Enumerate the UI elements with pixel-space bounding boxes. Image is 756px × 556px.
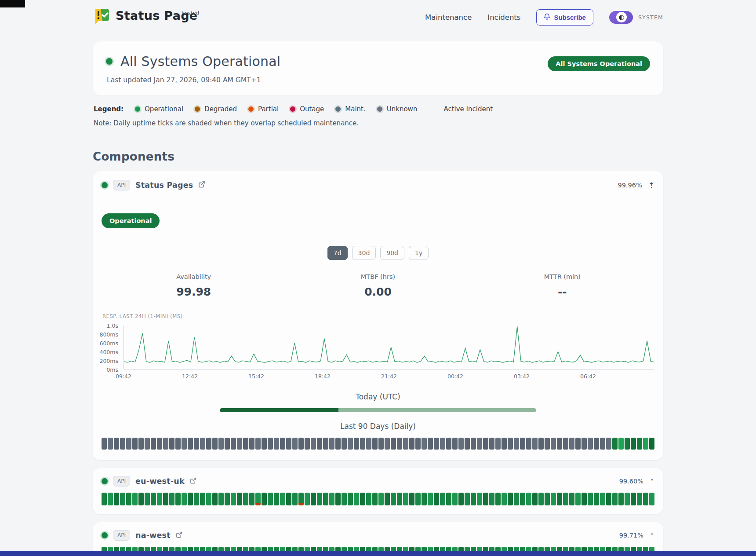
day-tick[interactable] [588, 493, 593, 505]
day-tick[interactable] [169, 438, 174, 450]
day-tick[interactable] [588, 438, 593, 450]
day-tick[interactable] [391, 438, 396, 450]
day-tick[interactable] [317, 438, 322, 450]
day-tick[interactable] [138, 493, 144, 505]
subscribe-button[interactable]: Subscribe [536, 9, 593, 26]
day-tick[interactable] [422, 438, 427, 450]
day-tick[interactable] [575, 438, 581, 450]
day-tick[interactable] [298, 438, 304, 450]
expand-panel-icon[interactable]: ⌃ [650, 479, 654, 484]
day-tick[interactable] [231, 438, 236, 450]
day-tick[interactable] [292, 493, 298, 505]
external-link-icon[interactable] [176, 531, 182, 540]
day-tick[interactable] [385, 493, 390, 505]
brand[interactable]: Status Page hosted [93, 7, 197, 27]
day-tick[interactable] [446, 493, 451, 505]
day-tick[interactable] [175, 493, 181, 505]
day-tick[interactable] [126, 493, 131, 505]
day-tick[interactable] [348, 438, 353, 450]
day-tick[interactable] [508, 493, 513, 505]
day-tick[interactable] [625, 493, 630, 505]
day-tick[interactable] [495, 438, 501, 450]
day-tick[interactable] [637, 438, 642, 450]
day-tick[interactable] [237, 493, 242, 505]
day-tick[interactable] [446, 438, 451, 450]
uptime-history-ticks[interactable] [102, 438, 654, 450]
day-tick[interactable] [311, 493, 316, 505]
day-tick[interactable] [618, 438, 624, 450]
day-tick[interactable] [618, 493, 624, 505]
day-tick[interactable] [194, 438, 199, 450]
nav-maintenance[interactable]: Maintenance [425, 13, 472, 22]
range-30d-button[interactable]: 30d [352, 246, 376, 260]
day-tick[interactable] [385, 438, 390, 450]
day-tick[interactable] [274, 438, 279, 450]
day-tick[interactable] [477, 438, 482, 450]
day-tick[interactable] [182, 493, 187, 505]
day-tick[interactable] [212, 438, 218, 450]
day-tick[interactable] [532, 493, 538, 505]
day-tick[interactable] [305, 493, 310, 505]
day-tick[interactable] [526, 438, 531, 450]
day-tick[interactable] [403, 438, 408, 450]
day-tick[interactable] [342, 493, 347, 505]
day-tick[interactable] [102, 493, 107, 505]
day-tick[interactable] [231, 493, 236, 505]
day-tick[interactable] [323, 438, 328, 450]
expand-panel-icon[interactable]: ⌃ [650, 533, 654, 538]
day-tick[interactable] [157, 438, 162, 450]
day-tick[interactable] [262, 438, 267, 450]
day-tick[interactable] [102, 438, 107, 450]
day-tick[interactable] [280, 493, 285, 505]
day-tick[interactable] [631, 493, 636, 505]
day-tick[interactable] [520, 438, 525, 450]
day-tick[interactable] [434, 493, 439, 505]
day-tick[interactable] [354, 493, 359, 505]
day-tick[interactable] [329, 493, 334, 505]
day-tick[interactable] [483, 493, 488, 505]
day-tick[interactable] [132, 438, 138, 450]
day-tick[interactable] [631, 438, 636, 450]
day-tick[interactable] [495, 493, 501, 505]
day-tick[interactable] [471, 438, 476, 450]
day-tick[interactable] [569, 438, 574, 450]
day-tick[interactable] [372, 493, 378, 505]
day-tick[interactable] [360, 438, 365, 450]
day-tick[interactable] [582, 438, 587, 450]
day-tick[interactable] [649, 438, 654, 450]
day-tick[interactable] [428, 493, 433, 505]
day-tick[interactable] [612, 493, 618, 505]
day-tick[interactable] [606, 438, 611, 450]
day-tick[interactable] [440, 493, 445, 505]
day-tick[interactable] [286, 438, 291, 450]
day-tick[interactable] [323, 493, 328, 505]
day-tick[interactable] [243, 438, 248, 450]
day-tick[interactable] [200, 493, 205, 505]
day-tick[interactable] [471, 493, 476, 505]
day-tick[interactable] [489, 438, 494, 450]
day-tick[interactable] [163, 438, 168, 450]
day-tick[interactable] [157, 493, 162, 505]
day-tick[interactable] [452, 493, 458, 505]
day-tick[interactable] [225, 493, 230, 505]
day-tick[interactable] [138, 438, 144, 450]
day-tick[interactable] [120, 438, 125, 450]
day-tick[interactable] [612, 438, 618, 450]
day-tick[interactable] [194, 493, 199, 505]
day-tick[interactable] [397, 438, 402, 450]
day-tick[interactable] [514, 493, 519, 505]
component-name[interactable]: na-west [135, 531, 171, 540]
day-tick[interactable] [151, 493, 156, 505]
day-tick[interactable] [551, 438, 556, 450]
day-tick[interactable] [145, 493, 150, 505]
component-name[interactable]: Status Pages [135, 181, 193, 190]
day-tick[interactable] [329, 438, 334, 450]
day-tick[interactable] [298, 493, 304, 505]
day-tick[interactable] [169, 493, 174, 505]
day-tick[interactable] [409, 438, 414, 450]
range-90d-button[interactable]: 90d [380, 246, 404, 260]
external-link-icon[interactable] [198, 181, 205, 190]
day-tick[interactable] [206, 493, 211, 505]
day-tick[interactable] [545, 493, 550, 505]
day-tick[interactable] [378, 438, 384, 450]
